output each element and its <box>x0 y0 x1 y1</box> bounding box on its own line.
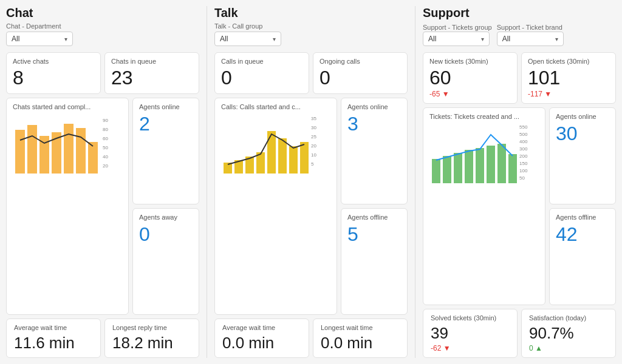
satisfaction-label: Satisfaction (today) <box>529 314 608 322</box>
support-chart-label: Tickets: Tickets created and ... <box>429 113 539 120</box>
support-chart: 13 14 15 16 17 18 19 20 550 500 400 300 … <box>429 123 539 183</box>
chat-bottom-row: Average wait time 11.6 min Longest reply… <box>6 318 199 358</box>
support-middle-area: Tickets: Tickets created and ... <box>423 107 616 305</box>
chat-title: Chat <box>6 6 199 20</box>
svg-rect-5 <box>76 128 86 174</box>
active-chats-card: Active chats 8 <box>6 52 101 94</box>
support-section: Support Support - Tickets group All ▾ Su… <box>423 6 616 358</box>
svg-text:20: 20 <box>311 143 316 149</box>
svg-rect-49 <box>497 144 506 183</box>
active-chats-label: Active chats <box>13 58 94 65</box>
support-agents-offline-value: 42 <box>556 223 609 246</box>
calls-queue-value: 0 <box>221 67 302 89</box>
svg-rect-6 <box>88 142 98 174</box>
talk-longest-wait-card: Longest wait time 0.0 min <box>313 318 408 358</box>
svg-rect-46 <box>465 150 473 183</box>
support-agents-offline-label: Agents offline <box>556 214 609 221</box>
open-tickets-delta: -117 ▼ <box>528 90 609 98</box>
chats-queue-value: 23 <box>111 67 193 89</box>
satisfaction-value: 90.7% <box>529 324 608 343</box>
talk-middle-area: Calls: Calls started and c... <box>214 98 408 315</box>
talk-top-cards: Calls in queue 0 Ongoing calls 0 <box>214 52 408 94</box>
support-bottom-row: Solved tickets (30min) 39 -62 ▼ Satisfac… <box>423 309 616 358</box>
svg-text:20: 20 <box>103 163 108 169</box>
svg-rect-1 <box>27 125 37 174</box>
chats-queue-label: Chats in queue <box>111 58 193 65</box>
section-divider-1 <box>207 6 207 358</box>
chat-agents-away-label: Agents away <box>139 214 193 221</box>
chat-longest-reply-value: 18.2 min <box>112 334 191 352</box>
chat-longest-reply-label: Longest reply time <box>112 324 191 331</box>
talk-section: Talk Talk - Call group All ▾ Calls in qu… <box>214 6 408 358</box>
chat-chart-label: Chats started and compl... <box>13 103 122 110</box>
support-brand-dropdown[interactable]: All ▾ <box>497 32 564 46</box>
active-chats-value: 8 <box>13 67 94 89</box>
talk-chart-label: Calls: Calls started and c... <box>221 103 330 110</box>
ongoing-calls-label: Ongoing calls <box>320 58 401 65</box>
section-divider-2 <box>415 6 415 358</box>
svg-text:50: 50 <box>519 175 525 181</box>
talk-longest-wait-value: 0.0 min <box>321 334 400 352</box>
support-title: Support <box>423 6 616 20</box>
svg-text:200: 200 <box>519 153 528 159</box>
new-tickets-label: New tickets (30min) <box>429 58 511 65</box>
svg-text:150: 150 <box>519 161 528 166</box>
new-tickets-card: New tickets (30min) 60 -65 ▼ <box>423 52 518 104</box>
calls-queue-card: Calls in queue 0 <box>214 52 309 94</box>
svg-rect-0 <box>15 130 25 174</box>
talk-agents-offline-card: Agents offline 5 <box>341 208 408 315</box>
open-tickets-label: Open tickets (30min) <box>528 58 609 65</box>
talk-longest-wait-label: Longest wait time <box>321 324 400 331</box>
talk-chart: 13 14 15 16 17 18 19 20 35 30 25 20 10 <box>221 113 330 174</box>
talk-avg-wait-label: Average wait time <box>222 324 301 331</box>
chats-queue-card: Chats in queue 23 <box>104 52 199 94</box>
svg-rect-43 <box>432 159 440 183</box>
chat-agents-away-card: Agents away 0 <box>132 208 199 315</box>
svg-text:40: 40 <box>103 154 108 160</box>
chat-filter-label: Chat - Department <box>6 22 199 30</box>
svg-rect-28 <box>300 142 309 174</box>
support-group-dropdown[interactable]: All ▾ <box>423 32 490 46</box>
talk-bottom-row: Average wait time 0.0 min Longest wait t… <box>214 318 408 358</box>
svg-text:60: 60 <box>103 136 108 141</box>
talk-callgroup-dropdown[interactable]: All ▾ <box>214 32 281 46</box>
svg-rect-26 <box>278 138 287 174</box>
chat-agents-online-label: Agents online <box>139 103 193 110</box>
ongoing-calls-value: 0 <box>320 67 401 89</box>
chat-agents-away-value: 0 <box>139 223 193 246</box>
svg-text:5: 5 <box>311 161 314 167</box>
support-agents-online-label: Agents online <box>556 113 609 120</box>
chat-avg-wait-value: 11.6 min <box>14 334 93 352</box>
chevron-down-icon: ▾ <box>64 36 67 42</box>
chat-agents-online-card: Agents online 2 <box>132 98 199 204</box>
new-tickets-delta: -65 ▼ <box>429 90 511 98</box>
svg-rect-4 <box>64 124 73 174</box>
support-top-cards: New tickets (30min) 60 -65 ▼ Open ticket… <box>423 52 616 104</box>
support-agents-online-value: 30 <box>556 123 609 145</box>
chat-department-dropdown[interactable]: All ▾ <box>6 32 73 46</box>
solved-tickets-value: 39 <box>431 324 510 343</box>
support-filter-group-label: Support - Tickets group <box>423 24 492 31</box>
support-chart-card: Tickets: Tickets created and ... <box>423 107 545 305</box>
solved-tickets-label: Solved tickets (30min) <box>431 314 510 322</box>
svg-text:25: 25 <box>311 134 316 140</box>
open-tickets-card: Open tickets (30min) 101 -117 ▼ <box>521 52 616 104</box>
talk-agents-offline-value: 5 <box>347 223 401 246</box>
svg-rect-45 <box>454 153 462 183</box>
chat-right-col: Agents online 2 Agents away 0 <box>132 98 199 315</box>
svg-text:80: 80 <box>103 127 108 132</box>
chevron-down-icon: ▾ <box>555 36 558 42</box>
talk-title: Talk <box>214 6 408 20</box>
chevron-down-icon: ▾ <box>481 36 484 42</box>
talk-agents-online-label: Agents online <box>347 103 401 110</box>
talk-filter-label: Talk - Call group <box>214 22 408 30</box>
ongoing-calls-card: Ongoing calls 0 <box>313 52 408 94</box>
svg-rect-25 <box>267 131 276 174</box>
svg-text:400: 400 <box>519 139 528 144</box>
chat-top-cards: Active chats 8 Chats in queue 23 <box>6 52 199 94</box>
svg-text:300: 300 <box>519 146 528 152</box>
support-agents-online-card: Agents online 30 <box>549 107 616 204</box>
calls-queue-label: Calls in queue <box>221 58 302 65</box>
chat-avg-wait-label: Average wait time <box>14 324 93 331</box>
svg-rect-47 <box>476 148 484 183</box>
